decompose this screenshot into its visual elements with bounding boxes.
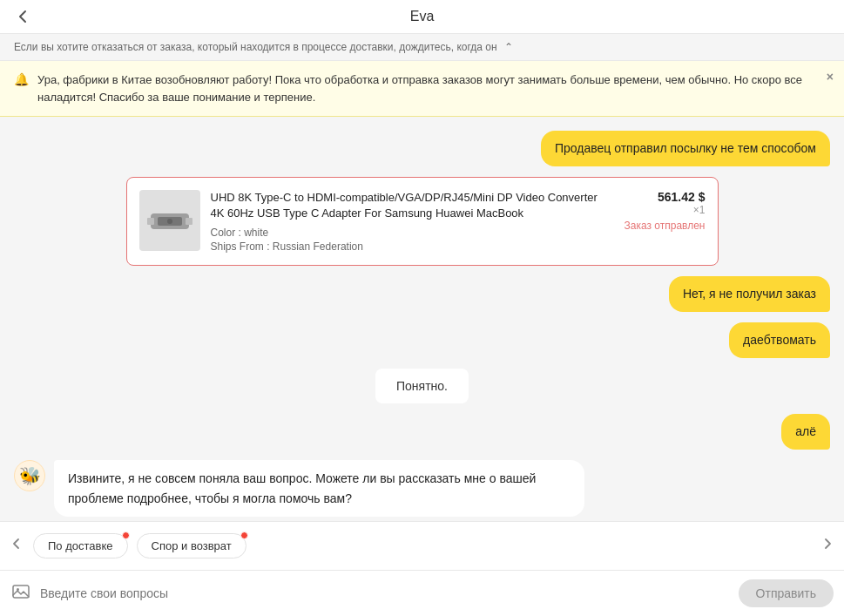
notice-icon: 🔔: [14, 72, 29, 86]
quick-reply-prev-button[interactable]: [0, 529, 33, 563]
product-image: [139, 190, 200, 251]
svg-point-4: [167, 219, 172, 224]
svg-rect-2: [147, 218, 154, 225]
message-text: даебтвомать: [743, 333, 816, 347]
svg-rect-5: [13, 586, 29, 598]
product-price: 561.42 $: [625, 190, 706, 204]
message-row: алё: [14, 414, 830, 450]
bot-avatar: 🐝: [14, 460, 45, 491]
bubble-sent: алё: [781, 414, 830, 450]
message-text: Извините, я не совсем поняла ваш вопрос.…: [68, 471, 536, 504]
product-color: Color : white: [211, 227, 614, 239]
message-text: Нет, я не получил заказ: [683, 287, 816, 301]
scroll-up-icon: ⌃: [504, 41, 513, 53]
message-text: алё: [795, 424, 816, 438]
product-status: Заказ отправлен: [625, 220, 706, 232]
message-text: Продавец отправил посылку не тем способо…: [555, 141, 816, 155]
quick-replies: По доставке Спор и возврат: [0, 521, 844, 570]
chip-delivery[interactable]: По доставке: [33, 533, 128, 558]
product-price-col: 561.42 $ ×1 Заказ отправлен: [625, 190, 706, 253]
quick-reply-chips: По доставке Спор и возврат: [33, 530, 811, 562]
chat-area: Продавец отправил посылку не тем способо…: [0, 117, 844, 521]
input-area: Отправить: [0, 570, 844, 616]
back-button[interactable]: [14, 8, 31, 25]
notice-text: Ура, фабрики в Китае возобновляют работу…: [37, 71, 809, 105]
product-ships: Ships From : Russian Federation: [211, 240, 614, 253]
message-input[interactable]: [40, 586, 730, 600]
chip-dispute[interactable]: Спор и возврат: [137, 533, 246, 558]
message-row: 🐝 Извините, я не совсем поняла ваш вопро…: [14, 460, 830, 517]
attach-button[interactable]: [10, 581, 31, 606]
bubble-sent: Продавец отправил посылку не тем способо…: [541, 131, 830, 166]
product-info: UHD 8K Type-C to HDMI-compatible/VGA/DP/…: [211, 190, 614, 253]
send-button[interactable]: Отправить: [739, 579, 834, 607]
notice-banner: 🔔 Ура, фабрики в Китае возобновляют рабо…: [0, 61, 844, 117]
bubble-received: Извините, я не совсем поняла ваш вопрос.…: [54, 460, 584, 517]
message-row: Нет, я не получил заказ: [14, 276, 830, 312]
chip-dot: [122, 531, 130, 539]
product-qty: ×1: [625, 204, 706, 216]
message-row: даебтвомать: [14, 322, 830, 358]
chip-dot: [240, 531, 248, 539]
notice-close-button[interactable]: ×: [827, 70, 834, 84]
bubble-sent: Нет, я не получил заказ: [669, 276, 830, 312]
message-row: Продавец отправил посылку не тем способо…: [14, 131, 830, 166]
bubble-center: Понятно.: [375, 369, 469, 403]
message-row: Понятно.: [14, 369, 830, 403]
svg-rect-3: [186, 218, 192, 225]
header-title: Eva: [410, 9, 435, 24]
message-text: Понятно.: [396, 379, 448, 393]
product-title: UHD 8K Type-C to HDMI-compatible/VGA/DP/…: [211, 190, 614, 221]
quick-reply-next-button[interactable]: [811, 529, 844, 563]
product-card: UHD 8K Type-C to HDMI-compatible/VGA/DP/…: [126, 177, 719, 266]
attach-icon: [10, 586, 31, 606]
header: Eva: [0, 0, 844, 34]
scroll-banner: Если вы хотите отказаться от заказа, кот…: [0, 34, 844, 61]
chip-label: Спор и возврат: [152, 539, 232, 552]
chip-label: По доставке: [48, 539, 113, 552]
bubble-sent: даебтвомать: [729, 322, 830, 358]
scroll-banner-text: Если вы хотите отказаться от заказа, кот…: [14, 41, 497, 53]
